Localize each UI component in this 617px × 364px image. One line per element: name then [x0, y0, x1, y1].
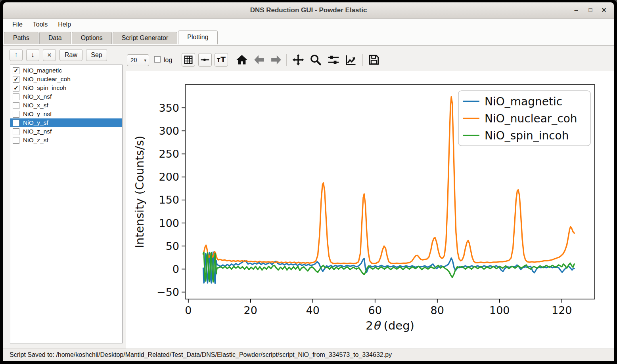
- checkbox-icon[interactable]: [13, 93, 19, 100]
- list-item-nio-x-nsf[interactable]: NiO_x_nsf: [10, 92, 122, 101]
- svg-text:T: T: [217, 57, 220, 63]
- menu-item-file[interactable]: File: [7, 19, 28, 30]
- move-down-button[interactable]: ↓: [26, 49, 39, 61]
- list-item-label: NiO_x_nsf: [23, 93, 52, 100]
- pan-icon: [292, 54, 305, 66]
- errorbar-icon: [199, 54, 211, 65]
- svg-text:300: 300: [159, 125, 179, 137]
- raw-button[interactable]: Raw: [59, 49, 82, 61]
- checkbox-checked-icon[interactable]: ✓: [13, 85, 19, 91]
- workspace-list[interactable]: ✓NiO_magnetic✓NiO_nuclear_coh✓NiO_spin_i…: [10, 65, 123, 343]
- svg-text:100: 100: [159, 217, 179, 229]
- svg-text:200: 200: [159, 171, 179, 183]
- titlebar[interactable]: DNS Reduction GUI - Powder Elastic – □ ×: [3, 2, 614, 19]
- list-item-label: NiO_spin_incoh: [23, 84, 66, 91]
- home-button[interactable]: [235, 53, 249, 67]
- forward-icon: [270, 54, 282, 66]
- subplots-button[interactable]: [326, 53, 341, 67]
- y-axis: −50050100150200250300350Intensity (Count…: [133, 102, 185, 298]
- grid-icon: [183, 54, 194, 65]
- tab-script-generator[interactable]: Script Generator: [113, 32, 177, 44]
- menu-item-tools[interactable]: Tools: [28, 19, 53, 30]
- svg-text:100: 100: [489, 304, 510, 316]
- checkbox-icon[interactable]: [13, 128, 19, 135]
- list-item-nio-z-nsf[interactable]: NiO_z_nsf: [10, 127, 122, 136]
- close-icon[interactable]: ×: [599, 2, 609, 18]
- fontsize-button[interactable]: TT: [215, 53, 228, 67]
- list-item-label: NiO_nuclear_coh: [23, 76, 71, 83]
- svg-text:0: 0: [185, 304, 192, 316]
- minimize-icon[interactable]: –: [571, 2, 581, 18]
- svg-text:20: 20: [244, 304, 257, 316]
- save-button[interactable]: [367, 53, 381, 67]
- menubar: FileToolsHelp: [3, 19, 614, 30]
- pan-button[interactable]: [291, 53, 305, 67]
- svg-text:80: 80: [431, 304, 444, 316]
- customize-button[interactable]: [344, 53, 358, 67]
- list-item-nio-spin-incoh[interactable]: ✓NiO_spin_incoh: [10, 84, 122, 92]
- sep-button[interactable]: Sep: [86, 49, 107, 61]
- checkbox-icon[interactable]: [13, 111, 19, 118]
- svg-text:50: 50: [166, 240, 179, 252]
- subplots-icon: [327, 54, 340, 66]
- list-item-label: NiO_z_nsf: [23, 128, 52, 135]
- content-area: ↑ ↓ × Raw Sep ✓NiO_magnetic✓NiO_nuclear_…: [3, 46, 614, 349]
- axis-selector-dropdown[interactable]: 2θ ▾: [127, 54, 149, 66]
- tab-paths[interactable]: Paths: [4, 32, 38, 44]
- errorbar-button[interactable]: [198, 53, 212, 67]
- grid-button[interactable]: [182, 53, 195, 67]
- plot-legend: NiO_magneticNiO_nuclear_cohNiO_spin_inco…: [458, 91, 590, 146]
- back-button[interactable]: [252, 53, 266, 67]
- menu-item-help[interactable]: Help: [53, 19, 76, 30]
- list-item-label: NiO_z_sf: [23, 137, 48, 144]
- tab-options[interactable]: Options: [72, 32, 112, 44]
- customize-icon: [345, 54, 357, 66]
- list-item-nio-nuclear-coh[interactable]: ✓NiO_nuclear_coh: [10, 75, 122, 84]
- checkbox-icon[interactable]: [13, 120, 19, 126]
- toolbar-separator: [362, 54, 363, 66]
- list-item-label: NiO_x_sf: [23, 102, 48, 109]
- list-item-nio-y-nsf[interactable]: NiO_y_nsf: [10, 110, 122, 118]
- svg-text:60: 60: [368, 304, 382, 316]
- maximize-icon[interactable]: □: [585, 2, 596, 18]
- chart-svg: 0204060801001202θ (deg)−5005010015020025…: [126, 71, 614, 349]
- svg-text:0: 0: [172, 263, 179, 275]
- checkbox-checked-icon[interactable]: ✓: [13, 67, 19, 74]
- home-icon: [236, 54, 248, 66]
- legend-entry: NiO_nuclear_coh: [485, 112, 577, 125]
- save-icon: [368, 54, 380, 66]
- legend-entry: NiO_spin_incoh: [485, 129, 569, 142]
- back-icon: [253, 54, 266, 66]
- forward-button[interactable]: [269, 53, 283, 67]
- svg-text:120: 120: [552, 304, 572, 316]
- plot-figure[interactable]: 0204060801001202θ (deg)−5005010015020025…: [126, 71, 614, 349]
- chevron-down-icon: ▾: [144, 55, 146, 66]
- list-item-nio-y-sf[interactable]: NiO_y_sf: [10, 118, 122, 127]
- svg-text:T: T: [220, 55, 226, 64]
- tab-plotting[interactable]: Plotting: [178, 30, 217, 44]
- list-item-label: NiO_magnetic: [23, 67, 62, 74]
- remove-button[interactable]: ×: [43, 49, 56, 61]
- list-item-nio-x-sf[interactable]: NiO_x_sf: [10, 101, 122, 110]
- svg-text:350: 350: [159, 102, 179, 114]
- statusbar: Script Saved to: /home/koshchii/Desktop/…: [3, 349, 614, 361]
- log-checkbox[interactable]: [154, 56, 161, 63]
- log-label: log: [164, 54, 172, 66]
- y-axis-label: Intensity (Counts/s): [133, 135, 146, 248]
- legend-entry: NiO_magnetic: [485, 95, 562, 108]
- list-item-nio-magnetic[interactable]: ✓NiO_magnetic: [10, 66, 122, 75]
- zoom-button[interactable]: [308, 53, 323, 67]
- tab-data[interactable]: Data: [39, 32, 71, 44]
- svg-text:40: 40: [306, 304, 320, 316]
- window-title: DNS Reduction GUI - Powder Elastic: [3, 2, 614, 18]
- checkbox-checked-icon[interactable]: ✓: [13, 76, 19, 83]
- zoom-icon: [309, 54, 322, 66]
- list-item-nio-z-sf[interactable]: NiO_z_sf: [10, 136, 122, 145]
- toolbar-separator: [286, 54, 287, 66]
- move-up-button[interactable]: ↑: [10, 49, 23, 61]
- svg-text:250: 250: [159, 148, 179, 160]
- checkbox-icon[interactable]: [13, 137, 19, 144]
- tabbar: PathsDataOptionsScript GeneratorPlotting: [3, 30, 614, 46]
- x-axis-label: 2θ (deg): [366, 319, 414, 332]
- checkbox-icon[interactable]: [13, 102, 19, 109]
